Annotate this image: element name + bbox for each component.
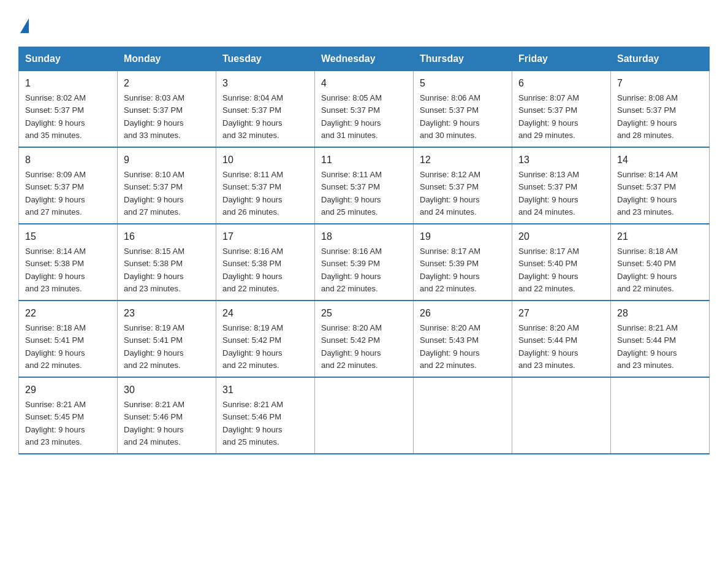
calendar-week-row: 29Sunrise: 8:21 AMSunset: 5:45 PMDayligh… [19, 377, 710, 454]
day-info: Sunrise: 8:04 AMSunset: 5:37 PMDaylight:… [222, 93, 283, 140]
day-number: 15 [25, 229, 111, 244]
day-info: Sunrise: 8:20 AMSunset: 5:43 PMDaylight:… [420, 323, 480, 370]
calendar-cell: 7Sunrise: 8:08 AMSunset: 5:37 PMDaylight… [611, 71, 710, 148]
calendar-week-row: 8Sunrise: 8:09 AMSunset: 5:37 PMDaylight… [19, 147, 710, 224]
calendar-cell: 8Sunrise: 8:09 AMSunset: 5:37 PMDaylight… [19, 147, 118, 224]
calendar-cell [512, 377, 611, 454]
calendar-cell: 12Sunrise: 8:12 AMSunset: 5:37 PMDayligh… [414, 147, 512, 224]
day-number: 29 [25, 383, 111, 397]
calendar-cell: 14Sunrise: 8:14 AMSunset: 5:37 PMDayligh… [611, 147, 710, 224]
day-number: 14 [617, 153, 703, 167]
day-number: 20 [518, 229, 604, 244]
day-number: 13 [518, 153, 604, 167]
calendar-cell: 29Sunrise: 8:21 AMSunset: 5:45 PMDayligh… [19, 377, 118, 454]
column-header-sunday: Sunday [19, 47, 118, 71]
calendar-cell: 11Sunrise: 8:11 AMSunset: 5:37 PMDayligh… [315, 147, 414, 224]
calendar-week-row: 15Sunrise: 8:14 AMSunset: 5:38 PMDayligh… [19, 224, 710, 301]
day-number: 6 [518, 76, 604, 91]
day-info: Sunrise: 8:06 AMSunset: 5:37 PMDaylight:… [420, 93, 480, 140]
column-header-saturday: Saturday [611, 47, 710, 71]
day-number: 1 [25, 76, 111, 91]
day-info: Sunrise: 8:16 AMSunset: 5:38 PMDaylight:… [222, 247, 283, 293]
page-header [18, 18, 710, 34]
day-number: 23 [124, 306, 210, 321]
day-info: Sunrise: 8:05 AMSunset: 5:37 PMDaylight:… [321, 93, 382, 140]
calendar-cell: 27Sunrise: 8:20 AMSunset: 5:44 PMDayligh… [512, 301, 611, 377]
calendar-cell: 2Sunrise: 8:03 AMSunset: 5:37 PMDaylight… [118, 71, 216, 148]
calendar-cell: 1Sunrise: 8:02 AMSunset: 5:37 PMDaylight… [19, 71, 118, 148]
calendar-cell: 3Sunrise: 8:04 AMSunset: 5:37 PMDaylight… [216, 71, 315, 148]
day-number: 5 [420, 76, 506, 91]
day-info: Sunrise: 8:18 AMSunset: 5:40 PMDaylight:… [617, 247, 678, 293]
day-info: Sunrise: 8:11 AMSunset: 5:37 PMDaylight:… [222, 170, 283, 216]
day-number: 16 [124, 229, 210, 244]
calendar-cell: 20Sunrise: 8:17 AMSunset: 5:40 PMDayligh… [512, 224, 611, 301]
calendar-table: SundayMondayTuesdayWednesdayThursdayFrid… [18, 47, 710, 454]
calendar-cell: 22Sunrise: 8:18 AMSunset: 5:41 PMDayligh… [19, 301, 118, 377]
day-info: Sunrise: 8:07 AMSunset: 5:37 PMDaylight:… [518, 93, 579, 140]
calendar-week-row: 1Sunrise: 8:02 AMSunset: 5:37 PMDaylight… [19, 71, 710, 148]
day-number: 22 [25, 306, 111, 321]
calendar-cell [315, 377, 414, 454]
day-info: Sunrise: 8:02 AMSunset: 5:37 PMDaylight:… [25, 93, 86, 140]
day-info: Sunrise: 8:12 AMSunset: 5:37 PMDaylight:… [420, 170, 480, 216]
logo-triangle-icon [20, 18, 29, 33]
day-number: 21 [617, 229, 703, 244]
day-number: 3 [222, 76, 308, 91]
day-info: Sunrise: 8:21 AMSunset: 5:45 PMDaylight:… [25, 400, 86, 446]
day-info: Sunrise: 8:15 AMSunset: 5:38 PMDaylight:… [124, 247, 184, 293]
calendar-cell: 17Sunrise: 8:16 AMSunset: 5:38 PMDayligh… [216, 224, 315, 301]
day-info: Sunrise: 8:21 AMSunset: 5:46 PMDaylight:… [222, 400, 283, 446]
day-number: 4 [321, 76, 407, 91]
day-info: Sunrise: 8:18 AMSunset: 5:41 PMDaylight:… [25, 323, 86, 370]
calendar-cell: 13Sunrise: 8:13 AMSunset: 5:37 PMDayligh… [512, 147, 611, 224]
day-number: 11 [321, 153, 407, 167]
column-header-thursday: Thursday [414, 47, 512, 71]
day-number: 8 [25, 153, 111, 167]
day-info: Sunrise: 8:14 AMSunset: 5:37 PMDaylight:… [617, 170, 678, 216]
day-info: Sunrise: 8:21 AMSunset: 5:44 PMDaylight:… [617, 323, 678, 370]
day-number: 17 [222, 229, 308, 244]
calendar-cell: 30Sunrise: 8:21 AMSunset: 5:46 PMDayligh… [118, 377, 216, 454]
calendar-week-row: 22Sunrise: 8:18 AMSunset: 5:41 PMDayligh… [19, 301, 710, 377]
day-number: 24 [222, 306, 308, 321]
calendar-cell: 26Sunrise: 8:20 AMSunset: 5:43 PMDayligh… [414, 301, 512, 377]
day-number: 31 [222, 383, 308, 397]
calendar-cell: 5Sunrise: 8:06 AMSunset: 5:37 PMDaylight… [414, 71, 512, 148]
day-number: 27 [518, 306, 604, 321]
calendar-cell: 18Sunrise: 8:16 AMSunset: 5:39 PMDayligh… [315, 224, 414, 301]
calendar-cell: 9Sunrise: 8:10 AMSunset: 5:37 PMDaylight… [118, 147, 216, 224]
day-number: 30 [124, 383, 210, 397]
calendar-header-row: SundayMondayTuesdayWednesdayThursdayFrid… [19, 47, 710, 71]
column-header-monday: Monday [118, 47, 216, 71]
day-info: Sunrise: 8:10 AMSunset: 5:37 PMDaylight:… [124, 170, 184, 216]
calendar-cell: 25Sunrise: 8:20 AMSunset: 5:42 PMDayligh… [315, 301, 414, 377]
day-info: Sunrise: 8:03 AMSunset: 5:37 PMDaylight:… [124, 93, 184, 140]
calendar-cell: 19Sunrise: 8:17 AMSunset: 5:39 PMDayligh… [414, 224, 512, 301]
day-number: 26 [420, 306, 506, 321]
day-number: 25 [321, 306, 407, 321]
day-number: 19 [420, 229, 506, 244]
day-number: 12 [420, 153, 506, 167]
calendar-cell: 28Sunrise: 8:21 AMSunset: 5:44 PMDayligh… [611, 301, 710, 377]
calendar-cell: 6Sunrise: 8:07 AMSunset: 5:37 PMDaylight… [512, 71, 611, 148]
calendar-cell: 16Sunrise: 8:15 AMSunset: 5:38 PMDayligh… [118, 224, 216, 301]
day-info: Sunrise: 8:14 AMSunset: 5:38 PMDaylight:… [25, 247, 86, 293]
calendar-cell: 10Sunrise: 8:11 AMSunset: 5:37 PMDayligh… [216, 147, 315, 224]
calendar-cell [414, 377, 512, 454]
calendar-cell: 23Sunrise: 8:19 AMSunset: 5:41 PMDayligh… [118, 301, 216, 377]
calendar-cell: 24Sunrise: 8:19 AMSunset: 5:42 PMDayligh… [216, 301, 315, 377]
day-info: Sunrise: 8:20 AMSunset: 5:42 PMDaylight:… [321, 323, 382, 370]
logo [18, 18, 29, 34]
day-info: Sunrise: 8:13 AMSunset: 5:37 PMDaylight:… [518, 170, 579, 216]
calendar-cell [611, 377, 710, 454]
day-info: Sunrise: 8:20 AMSunset: 5:44 PMDaylight:… [518, 323, 579, 370]
day-info: Sunrise: 8:11 AMSunset: 5:37 PMDaylight:… [321, 170, 382, 216]
day-info: Sunrise: 8:17 AMSunset: 5:39 PMDaylight:… [420, 247, 480, 293]
calendar-cell: 4Sunrise: 8:05 AMSunset: 5:37 PMDaylight… [315, 71, 414, 148]
column-header-friday: Friday [512, 47, 611, 71]
column-header-tuesday: Tuesday [216, 47, 315, 71]
day-info: Sunrise: 8:19 AMSunset: 5:41 PMDaylight:… [124, 323, 184, 370]
day-info: Sunrise: 8:19 AMSunset: 5:42 PMDaylight:… [222, 323, 283, 370]
day-info: Sunrise: 8:21 AMSunset: 5:46 PMDaylight:… [124, 400, 184, 446]
